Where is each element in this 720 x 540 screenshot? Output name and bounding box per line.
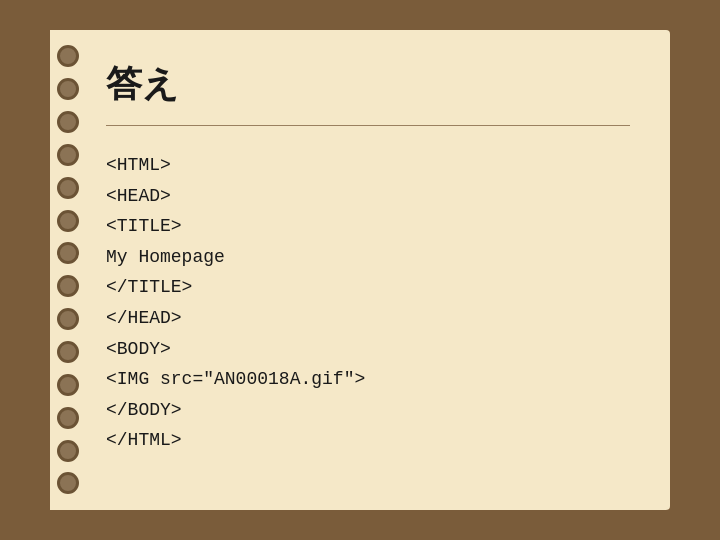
page-title: 答え bbox=[106, 60, 630, 109]
spiral-ring bbox=[57, 144, 79, 166]
code-line: <TITLE> bbox=[106, 211, 630, 242]
spiral-ring bbox=[57, 45, 79, 67]
code-line: <HTML> bbox=[106, 150, 630, 181]
spiral-ring bbox=[57, 242, 79, 264]
code-line: </TITLE> bbox=[106, 272, 630, 303]
code-line: <HEAD> bbox=[106, 181, 630, 212]
code-line: <BODY> bbox=[106, 334, 630, 365]
code-block: <HTML><HEAD><TITLE>My Homepage</TITLE></… bbox=[106, 150, 630, 456]
code-line: </HEAD> bbox=[106, 303, 630, 334]
spiral-ring bbox=[57, 308, 79, 330]
divider bbox=[106, 125, 630, 126]
spiral-ring bbox=[57, 440, 79, 462]
spiral-ring bbox=[57, 177, 79, 199]
spiral-binding bbox=[50, 30, 86, 510]
code-line: </BODY> bbox=[106, 395, 630, 426]
spiral-ring bbox=[57, 78, 79, 100]
code-line: <IMG src="AN00018A.gif"> bbox=[106, 364, 630, 395]
spiral-ring bbox=[57, 341, 79, 363]
spiral-ring bbox=[57, 407, 79, 429]
spiral-ring bbox=[57, 374, 79, 396]
notebook-page: 答え <HTML><HEAD><TITLE>My Homepage</TITLE… bbox=[50, 30, 670, 510]
spiral-ring bbox=[57, 472, 79, 494]
spiral-ring bbox=[57, 111, 79, 133]
page-content: 答え <HTML><HEAD><TITLE>My Homepage</TITLE… bbox=[86, 30, 670, 510]
code-line: </HTML> bbox=[106, 425, 630, 456]
code-line: My Homepage bbox=[106, 242, 630, 273]
spiral-ring bbox=[57, 275, 79, 297]
spiral-ring bbox=[57, 210, 79, 232]
